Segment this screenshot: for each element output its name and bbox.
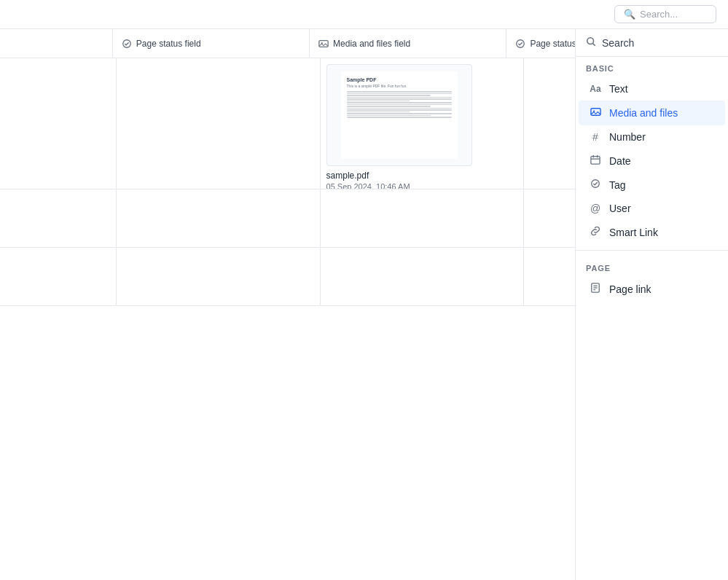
panel-item-user[interactable]: @ User: [579, 197, 725, 220]
pdf-line: [347, 97, 452, 98]
pdf-line: [347, 104, 452, 106]
page-status-icon: [122, 38, 132, 50]
panel-search-row[interactable]: Search: [576, 29, 728, 57]
top-bar: 🔍 Search...: [0, 0, 728, 29]
panel-item-page-link-label: Page link: [609, 283, 651, 295]
col-header-empty: [0, 29, 113, 58]
panel-item-smart-link[interactable]: Smart Link: [579, 220, 725, 244]
col-header-media-files[interactable]: Media and files field: [310, 29, 506, 58]
pdf-line: [347, 109, 452, 111]
pdf-subtitle: This is a simple PDF file. Fun fun fun.: [347, 84, 452, 88]
row1-cell2: [117, 58, 321, 189]
panel-item-text[interactable]: Aa Text: [579, 77, 725, 101]
page-section-label: PAGE: [576, 256, 728, 277]
row2-cell1: [0, 189, 117, 247]
user-icon: @: [589, 203, 602, 214]
panel-item-number-label: Number: [609, 131, 646, 143]
col-page-status-label: Page status field: [136, 39, 201, 49]
pdf-inner: Sample PDF This is a simple PDF file. Fu…: [341, 71, 458, 159]
number-icon: #: [589, 131, 602, 143]
basic-section-label: BASIC: [576, 57, 728, 77]
page-link-icon: [589, 283, 602, 295]
pdf-line: [347, 115, 431, 117]
panel-item-tag[interactable]: Tag: [579, 173, 725, 197]
panel-divider: [576, 250, 728, 251]
page-status-1-icon: [515, 38, 525, 50]
pdf-info: sample.pdf 05 Sep 2024, 10:46 AM: [326, 171, 410, 189]
panel-item-tag-label: Tag: [609, 179, 626, 191]
pdf-filename: sample.pdf: [326, 171, 410, 181]
panel-item-text-label: Text: [609, 83, 628, 95]
pdf-date: 05 Sep 2024, 10:46 AM: [326, 182, 410, 189]
row1-cell1: [0, 58, 117, 189]
panel-item-date[interactable]: Date: [579, 149, 725, 173]
pdf-line: [347, 93, 452, 95]
pdf-line: [347, 101, 410, 102]
pdf-line: [347, 113, 452, 114]
top-search-placeholder: Search...: [640, 9, 678, 20]
pdf-title: Sample PDF: [347, 77, 452, 82]
panel-item-media-files[interactable]: Media and files: [579, 101, 725, 125]
panel-item-date-label: Date: [609, 155, 631, 167]
pdf-line: [347, 98, 452, 100]
svg-line-5: [593, 44, 595, 46]
pdf-line: [347, 95, 431, 96]
pdf-lines: [347, 91, 452, 118]
panel-search-label: Search: [602, 37, 634, 49]
row3-cell2: [117, 248, 321, 305]
row3-cell1: [0, 248, 117, 305]
text-icon: Aa: [589, 84, 602, 94]
top-search-box[interactable]: 🔍 Search...: [614, 5, 716, 23]
pdf-line: [347, 111, 410, 113]
panel-item-number[interactable]: # Number: [579, 125, 725, 149]
pdf-line: [347, 91, 452, 93]
row3-cell3: [321, 248, 525, 305]
row1-cell3-media[interactable]: Sample PDF This is a simple PDF file. Fu…: [321, 58, 525, 189]
top-search-icon: 🔍: [624, 9, 635, 20]
pdf-preview: Sample PDF This is a simple PDF file. Fu…: [326, 64, 518, 189]
svg-rect-8: [591, 157, 600, 165]
col-media-files-label: Media and files field: [333, 39, 410, 49]
media-files-icon: [318, 38, 329, 50]
tag-icon: [589, 179, 602, 191]
pdf-line: [347, 106, 431, 107]
pdf-line: [347, 117, 452, 118]
panel-item-page-link[interactable]: Page link: [579, 277, 725, 301]
svg-point-4: [587, 38, 594, 44]
media-files-panel-icon: [589, 106, 602, 119]
pdf-line: [347, 102, 452, 103]
panel-item-smart-link-label: Smart Link: [609, 227, 658, 238]
smart-link-icon: [589, 226, 602, 238]
col-header-page-status[interactable]: Page status field: [113, 29, 310, 58]
date-icon: [589, 154, 602, 167]
panel-search-icon: [586, 36, 596, 49]
right-panel: Search BASIC Aa Text Media and files # N…: [575, 29, 728, 580]
pdf-thumbnail: Sample PDF This is a simple PDF file. Fu…: [326, 64, 472, 166]
row2-cell3: [321, 189, 525, 247]
row2-cell2: [117, 189, 321, 247]
panel-item-media-label: Media and files: [609, 107, 678, 119]
panel-item-user-label: User: [609, 203, 631, 214]
pdf-line: [347, 108, 452, 109]
